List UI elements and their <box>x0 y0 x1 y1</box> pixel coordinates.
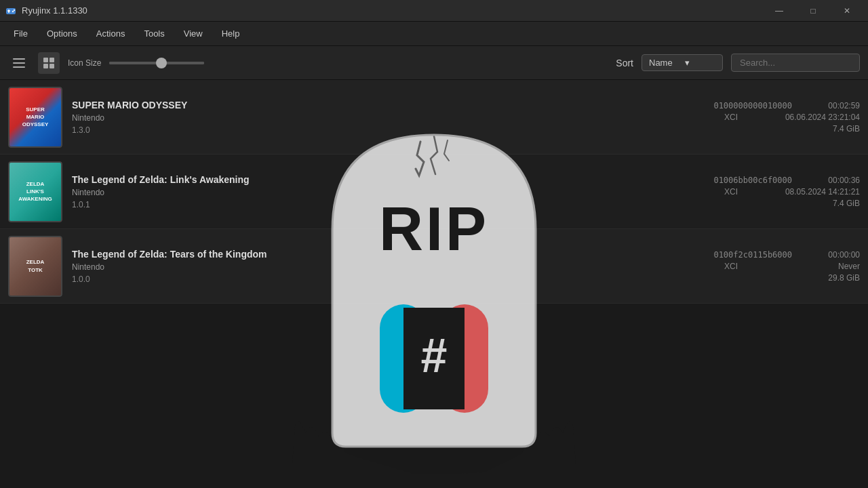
meta-row-3: 7.4 GiB <box>799 199 860 208</box>
svg-rect-6 <box>50 58 54 62</box>
game-format: XCI <box>724 262 745 271</box>
game-title: The Legend of Zelda: Tears of the Kingdo… <box>72 249 660 260</box>
meta-row-3: 7.4 GiB <box>799 124 860 134</box>
grid-icon <box>43 57 55 69</box>
menu-tools[interactable]: Tools <box>136 26 172 41</box>
icon-size-slider[interactable] <box>109 62 204 64</box>
cover-image: ZELDA LINK'S AWAKENING <box>8 161 62 222</box>
game-info: The Legend of Zelda: Tears of the Kingdo… <box>72 249 660 284</box>
game-size: 7.4 GiB <box>819 199 860 208</box>
game-date: 08.05.2024 14:21:21 <box>765 187 860 197</box>
game-time: 00:00:36 <box>812 176 860 185</box>
game-info: The Legend of Zelda: Link's Awakening Ni… <box>72 174 660 209</box>
app-icon <box>5 5 16 16</box>
grid-view-button[interactable] <box>38 52 60 74</box>
svg-rect-11 <box>380 304 427 413</box>
title-bar-controls: — □ ✕ <box>764 0 863 22</box>
cover-image: SUPER MARIO ODYSSEY <box>8 87 62 148</box>
slider-thumb[interactable] <box>156 58 167 68</box>
meta-row-2: XCI Never <box>724 262 860 271</box>
game-id: 0100f2c0115b6000 <box>713 250 792 260</box>
meta-row-1: 0100000000010000 00:02:59 <box>713 101 860 110</box>
game-cover: ZELDA LINK'S AWAKENING <box>8 161 62 222</box>
svg-point-3 <box>12 10 14 12</box>
menu-help[interactable]: Help <box>214 26 248 41</box>
maximize-button[interactable]: □ <box>797 0 829 22</box>
game-id: 01006bb00c6f0000 <box>713 176 792 185</box>
menu-actions[interactable]: Actions <box>88 26 134 41</box>
sort-value: Name <box>649 58 679 68</box>
game-date: 06.06.2024 23:21:04 <box>765 113 860 122</box>
game-title: The Legend of Zelda: Link's Awakening <box>72 174 660 185</box>
game-version: 1.3.0 <box>72 125 660 135</box>
game-row[interactable]: ZELDA LINK'S AWAKENING The Legend of Zel… <box>0 155 868 229</box>
game-format: XCI <box>724 113 745 122</box>
sort-label: Sort <box>616 58 633 68</box>
sort-dropdown[interactable]: Name ▾ <box>642 54 723 71</box>
hamburger-line-1 <box>13 58 25 60</box>
icon-size-label: Icon Size <box>68 58 101 68</box>
game-meta: 0100000000010000 00:02:59 XCI 06.06.2024… <box>670 101 860 134</box>
hamburger-line-3 <box>13 66 25 68</box>
menu-options[interactable]: Options <box>39 26 85 41</box>
svg-rect-2 <box>7 10 10 12</box>
game-list: SUPER MARIO ODYSSEY SUPER MARIO ODYSSEY … <box>0 80 868 488</box>
svg-point-4 <box>14 9 15 10</box>
game-row[interactable]: SUPER MARIO ODYSSEY SUPER MARIO ODYSSEY … <box>0 80 868 155</box>
svg-rect-0 <box>6 8 16 14</box>
game-date: Never <box>765 262 860 271</box>
game-version: 1.0.1 <box>72 200 660 209</box>
svg-rect-7 <box>43 64 48 68</box>
meta-row-2: XCI 06.06.2024 23:21:04 <box>724 113 860 122</box>
svg-rect-8 <box>50 64 54 68</box>
close-button[interactable]: ✕ <box>831 0 863 22</box>
app-title: Ryujinx 1.1.1330 <box>22 5 87 16</box>
minimize-button[interactable]: — <box>764 0 795 22</box>
svg-point-9 <box>298 433 570 474</box>
meta-row-1: 01006bb00c6f0000 00:00:36 <box>713 176 860 185</box>
game-developer: Nintendo <box>72 113 660 123</box>
title-bar-left: Ryujinx 1.1.1330 <box>5 5 87 16</box>
search-input[interactable] <box>731 54 860 72</box>
game-size: 7.4 GiB <box>819 124 860 134</box>
game-time: 00:02:59 <box>812 101 860 110</box>
svg-rect-13 <box>403 308 465 409</box>
game-developer: Nintendo <box>72 262 660 272</box>
game-title: SUPER MARIO ODYSSEY <box>72 100 660 110</box>
menu-file[interactable]: File <box>5 26 36 41</box>
game-cover: SUPER MARIO ODYSSEY <box>8 87 62 148</box>
game-meta: 01006bb00c6f0000 00:00:36 XCI 08.05.2024… <box>670 176 860 208</box>
game-id: 0100000000010000 <box>713 101 792 110</box>
svg-rect-5 <box>43 58 48 62</box>
game-format: XCI <box>724 187 745 197</box>
hamburger-line-2 <box>13 62 25 64</box>
menu-bar: File Options Actions Tools View Help <box>0 22 868 46</box>
hamburger-button[interactable] <box>8 52 30 74</box>
meta-row-2: XCI 08.05.2024 14:21:21 <box>724 187 860 197</box>
meta-row-3: 29.8 GiB <box>799 273 860 283</box>
game-version: 1.0.0 <box>72 274 660 284</box>
game-row[interactable]: ZELDA TOTK The Legend of Zelda: Tears of… <box>0 229 868 304</box>
svg-text:#: # <box>421 329 448 382</box>
menu-view[interactable]: View <box>176 26 211 41</box>
chevron-down-icon: ▾ <box>685 58 715 68</box>
cover-image: ZELDA TOTK <box>8 236 62 297</box>
game-size: 29.8 GiB <box>819 273 860 283</box>
title-bar: Ryujinx 1.1.1330 — □ ✕ <box>0 0 868 22</box>
game-cover: ZELDA TOTK <box>8 236 62 297</box>
slider-track <box>109 62 204 64</box>
game-developer: Nintendo <box>72 188 660 197</box>
svg-rect-12 <box>441 304 488 413</box>
game-meta: 0100f2c0115b6000 00:00:00 XCI Never 29.8… <box>670 250 860 283</box>
game-info: SUPER MARIO ODYSSEY Nintendo 1.3.0 <box>72 100 660 135</box>
game-time: 00:00:00 <box>812 250 860 260</box>
meta-row-1: 0100f2c0115b6000 00:00:00 <box>713 250 860 260</box>
toolbar: Icon Size Sort Name ▾ <box>0 46 868 80</box>
